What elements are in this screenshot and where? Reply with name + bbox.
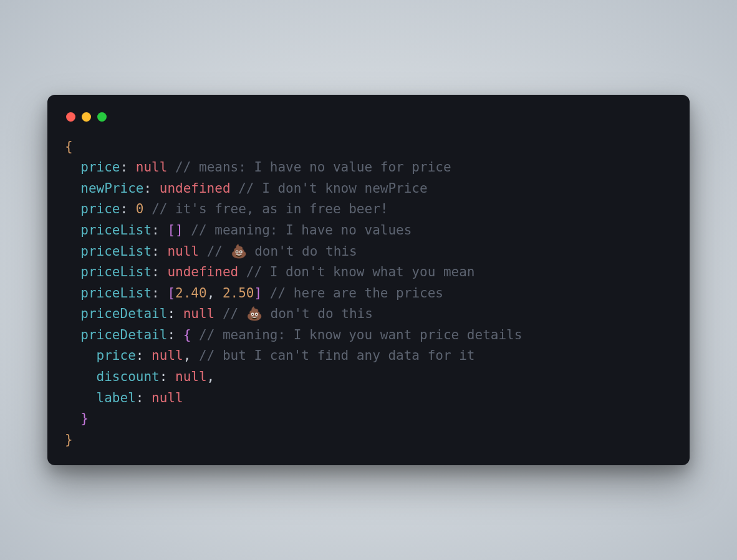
code-key: priceDetail xyxy=(80,327,167,342)
code-key: priceDetail xyxy=(80,306,167,321)
code-key: discount xyxy=(97,369,160,384)
close-icon[interactable] xyxy=(66,112,75,122)
code-value: null xyxy=(136,160,168,175)
code-comment: // meaning: I know you want price detail… xyxy=(199,327,522,342)
code-value: null xyxy=(152,390,183,405)
code-key: price xyxy=(97,348,136,363)
code-value: undefined xyxy=(160,181,231,196)
code-value: null xyxy=(167,244,199,259)
brace-open: { xyxy=(183,327,191,342)
code-key: price xyxy=(80,160,120,175)
zoom-icon[interactable] xyxy=(97,112,107,122)
brace-open: { xyxy=(65,139,73,154)
code-window: { price: null // means: I have no value … xyxy=(47,95,690,466)
bracket-open: [ xyxy=(167,223,175,238)
code-value: null xyxy=(175,369,207,384)
brace-close: } xyxy=(65,432,73,447)
code-key: newPrice xyxy=(80,181,143,196)
code-comment: // I don't know what you mean xyxy=(246,264,475,279)
code-comment: // 💩 don't do this xyxy=(223,306,373,321)
code-value: undefined xyxy=(167,264,238,279)
code-key: priceList xyxy=(80,244,152,259)
code-comment: // I don't know newPrice xyxy=(238,181,427,196)
code-key: priceList xyxy=(80,223,152,238)
code-value: 2.40 xyxy=(175,286,207,301)
code-comment: // 💩 don't do this xyxy=(207,244,357,259)
bracket-close: ] xyxy=(175,223,183,238)
bracket-open: [ xyxy=(167,286,175,301)
code-value: null xyxy=(183,306,215,321)
code-key: priceList xyxy=(80,286,152,301)
code-key: label xyxy=(97,390,136,405)
minimize-icon[interactable] xyxy=(82,112,91,122)
code-comment: // means: I have no value for price xyxy=(175,160,451,175)
code-comment: // here are the prices xyxy=(270,286,443,301)
traffic-lights xyxy=(65,110,672,137)
code-block: { price: null // means: I have no value … xyxy=(65,137,672,451)
bracket-close: ] xyxy=(254,286,263,301)
code-comment: // meaning: I have no values xyxy=(191,223,412,238)
code-value: 2.50 xyxy=(223,286,254,301)
code-key: priceList xyxy=(80,264,152,279)
code-comment: // it's free, as in free beer! xyxy=(152,201,388,216)
code-value: 0 xyxy=(136,201,144,216)
code-value: null xyxy=(152,348,183,363)
brace-close: } xyxy=(80,411,89,426)
code-comment: // but I can't find any data for it xyxy=(199,348,475,363)
code-key: price xyxy=(80,201,120,216)
